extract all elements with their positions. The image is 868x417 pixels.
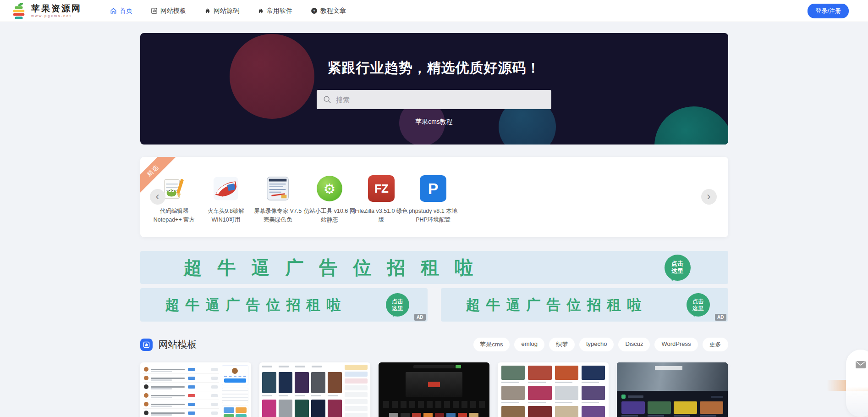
logo-title: 苹果资源网 [31, 4, 82, 13]
template-card-dark-movie[interactable] [379, 362, 489, 417]
tag-zhimeng[interactable]: 织梦 [549, 338, 575, 351]
decor-circle-teal [654, 106, 728, 145]
decor-circle-maroon [230, 34, 314, 119]
svg-text:?: ? [313, 9, 315, 13]
software-item-phpstudy[interactable]: P phpstudy v8.1 本地PHP环境配置 [407, 174, 459, 225]
filezilla-icon: FZ [368, 175, 395, 202]
train-icon [212, 175, 240, 202]
tag-wordpress[interactable]: WordPress [654, 338, 698, 351]
nav-item-source[interactable]: 网站源码 [204, 7, 239, 15]
ad-text: 超牛逼广告位招租啦 [466, 295, 648, 315]
template-cards-row [140, 362, 728, 417]
ad-banner-large[interactable]: 超牛逼广告位招租啦 点击 这里 [140, 251, 728, 284]
mail-icon [855, 361, 866, 369]
carousel-prev-button[interactable]: ‹ [150, 189, 165, 205]
search-icon [323, 95, 331, 104]
site-logo[interactable]: 苹果资源网 www.pgcms.net [10, 2, 82, 20]
main-nav: 首页 网站模板 网站源码 常用软件 ? [110, 7, 346, 15]
section-chart-icon [140, 339, 153, 351]
nav-item-articles[interactable]: ? 教程文章 [311, 7, 346, 15]
template-card-forum[interactable] [140, 362, 251, 417]
tag-typecho[interactable]: typecho [579, 338, 614, 351]
software-item-site-clone-tool[interactable]: ⚙ 仿站小工具 v10.6 网站静态 [304, 174, 356, 225]
featured-items: 代码编辑器 Notepad++ 官方 火车头9.8破解 WIN10可用 [140, 157, 728, 225]
click-here-bubble: 点击 这里 [687, 293, 710, 317]
nav-item-home[interactable]: 首页 [110, 7, 132, 15]
tag-discuz[interactable]: Discuz [618, 338, 650, 351]
ad-text: 超牛逼广告位招租啦 [184, 255, 489, 280]
tag-emlog[interactable]: emlog [514, 338, 544, 351]
template-filter-tags: 苹果cms emlog 织梦 typecho Discuz WordPress … [473, 338, 728, 351]
apple-logo-icon [10, 2, 27, 20]
screen-recorder-icon [265, 175, 291, 202]
question-circle-icon: ? [311, 7, 318, 14]
carousel-next-button[interactable]: › [701, 189, 717, 205]
logo-subtitle: www.pgcms.net [31, 14, 82, 18]
gear-ball-icon: ⚙ [317, 176, 342, 201]
template-card-movie-posters[interactable] [259, 362, 370, 417]
floating-widget-area [831, 350, 868, 417]
template-card-landscape-grid[interactable] [498, 362, 609, 417]
floating-mail-widget[interactable] [846, 350, 868, 417]
click-here-bubble: 点击 这里 [665, 255, 691, 281]
login-register-button[interactable]: 登录/注册 [808, 4, 849, 18]
hero-banner: 紧跟行业趋势，精选优质好源码！ 苹果cms教程 [140, 33, 728, 145]
fire-icon [258, 7, 264, 14]
featured-software-carousel: 精选 代码编辑器 Notepad++ 官方 [140, 157, 728, 237]
nav-item-templates[interactable]: 网站模板 [151, 7, 186, 15]
header: 苹果资源网 www.pgcms.net 首页 网站模板 网站源码 [0, 0, 868, 22]
search-input[interactable] [336, 96, 545, 104]
tag-more[interactable]: 更多 [703, 338, 728, 351]
ad-badge: AD [414, 314, 425, 321]
home-icon [110, 7, 117, 14]
template-grid-icon [151, 7, 158, 14]
software-item-screen-recorder[interactable]: 屏幕录像专家 V7.5 完美绿色免 [252, 174, 304, 225]
nav-item-software[interactable]: 常用软件 [258, 7, 292, 15]
templates-section-header: 网站模板 苹果cms emlog 织梦 typecho Discuz WordP… [140, 338, 728, 351]
template-card-dark-navy-movie[interactable] [617, 362, 728, 417]
software-item-filezilla[interactable]: FZ FileZilla v3.51.0 绿色版 [356, 174, 407, 225]
fire-icon [204, 7, 211, 14]
ad-badge: AD [715, 314, 726, 321]
phpstudy-icon: P [420, 175, 446, 202]
tag-applecms[interactable]: 苹果cms [473, 338, 510, 351]
section-title: 网站模板 [159, 338, 197, 351]
search-box [317, 90, 551, 109]
ad-banner-small-right[interactable]: 超牛逼广告位招租啦 点击 这里 AD [441, 288, 728, 322]
software-item-locomotive[interactable]: 火车头9.8破解 WIN10可用 [200, 174, 252, 225]
hero-title: 紧跟行业趋势，精选优质好源码！ [328, 59, 541, 78]
ad-banner-small-left[interactable]: 超牛逼广告位招租啦 点击 这里 AD [140, 288, 428, 322]
click-here-bubble: 点击 这里 [386, 293, 409, 317]
cms-tutorial-link[interactable]: 苹果cms教程 [415, 118, 453, 126]
ad-text: 超牛逼广告位招租啦 [165, 295, 347, 315]
